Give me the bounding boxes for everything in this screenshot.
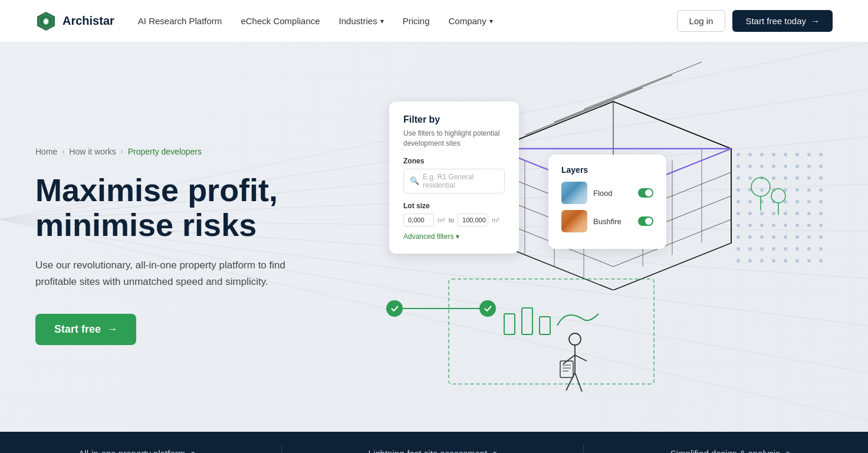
breadcrumb-home[interactable]: Home xyxy=(35,147,57,156)
layer-flood: Flood xyxy=(561,182,653,204)
svg-point-111 xyxy=(807,224,811,227)
layer-bushfire: Bushfire xyxy=(561,210,653,232)
svg-point-136 xyxy=(819,259,823,262)
nav-industries[interactable]: Industries ▾ xyxy=(339,16,384,26)
svg-point-103 xyxy=(807,212,811,215)
breadcrumb-arrow-2: › xyxy=(121,147,123,156)
lot-size-label: Lot size xyxy=(403,202,505,210)
filter-card-description: Use filters to highlight potential devel… xyxy=(403,129,505,149)
filter-card: Filter by Use filters to highlight poten… xyxy=(389,101,519,254)
lot-size-row: 0,000 m² to 100,000 m² xyxy=(403,214,505,226)
lot-min-unit: m² xyxy=(438,216,445,224)
hero-title: Maximise profit, minimise risks xyxy=(35,173,354,243)
login-button[interactable]: Log in xyxy=(677,10,726,32)
footer-all-in-one[interactable]: All-in-one property platform ▾ xyxy=(78,448,195,454)
start-arrow-icon: → xyxy=(811,16,820,26)
breadcrumb-current: Property developers xyxy=(128,147,202,156)
svg-point-95 xyxy=(807,200,811,203)
footer-bar: All-in-one property platform ▾ Lightning… xyxy=(0,432,868,453)
breadcrumb-how-it-works[interactable]: How it works xyxy=(69,147,116,156)
svg-point-127 xyxy=(807,247,811,251)
lot-max-input[interactable]: 100,000 xyxy=(458,214,488,226)
svg-point-72 xyxy=(819,165,823,168)
lot-max-unit: m² xyxy=(492,216,499,224)
svg-rect-46 xyxy=(540,317,550,334)
footer-simplified[interactable]: Simplified design & analysis ▾ xyxy=(670,448,790,454)
zones-search[interactable]: 🔍 E.g. R1 General residential xyxy=(403,169,505,193)
footer-separator-1 xyxy=(281,444,282,453)
svg-line-50 xyxy=(575,355,587,361)
flood-thumbnail xyxy=(561,182,587,204)
breadcrumb-arrow-1: › xyxy=(62,147,64,156)
svg-rect-45 xyxy=(522,308,532,334)
svg-rect-53 xyxy=(560,361,573,378)
flood-toggle[interactable] xyxy=(638,188,653,198)
bushfire-toggle[interactable] xyxy=(638,216,653,226)
svg-point-79 xyxy=(807,176,811,180)
footer-separator-2 xyxy=(583,444,584,453)
svg-point-64 xyxy=(819,153,823,156)
svg-line-15 xyxy=(525,88,643,135)
progress-circle-2 xyxy=(479,300,496,317)
svg-point-128 xyxy=(819,247,823,251)
nav-right: Log in Start free today → xyxy=(677,10,833,32)
navbar: Archistar AI Research Platform eCheck Co… xyxy=(0,0,868,42)
cta-arrow-icon: → xyxy=(107,323,117,336)
svg-point-40 xyxy=(751,178,770,196)
bushfire-thumbnail xyxy=(561,210,587,232)
layers-title: Layers xyxy=(561,165,653,175)
nav-research-platform[interactable]: AI Research Platform xyxy=(138,16,222,26)
nav-company[interactable]: Company ▾ xyxy=(449,16,493,26)
flood-label: Flood xyxy=(593,189,632,198)
start-free-button[interactable]: Start free → xyxy=(35,314,136,345)
nav-echeck[interactable]: eCheck Compliance xyxy=(241,16,320,26)
lightning-fast-chevron-icon: ▾ xyxy=(493,449,497,453)
logo[interactable]: Archistar xyxy=(35,11,114,32)
lot-to-label: to xyxy=(449,216,454,224)
hero-description: Use our revolutionary, all-in-one proper… xyxy=(35,257,289,290)
all-in-one-chevron-icon: ▾ xyxy=(191,449,195,453)
hero-content: Home › How it works › Property developer… xyxy=(0,42,868,432)
nav-links: AI Research Platform eCheck Compliance I… xyxy=(138,16,493,26)
logo-text: Archistar xyxy=(63,14,114,28)
logo-icon xyxy=(35,11,57,32)
svg-line-52 xyxy=(575,373,582,392)
layers-card: Layers Flood Bushfire xyxy=(548,155,666,249)
breadcrumb: Home › How it works › Property developer… xyxy=(35,147,354,156)
footer-lightning-fast[interactable]: Lightning-fast site assessment ▾ xyxy=(369,448,497,454)
svg-line-17 xyxy=(584,62,702,109)
bushfire-label: Bushfire xyxy=(593,217,632,226)
svg-point-88 xyxy=(819,188,823,192)
nav-left: Archistar AI Research Platform eCheck Co… xyxy=(35,11,493,32)
svg-point-120 xyxy=(819,235,823,239)
hero-right: Filter by Use filters to highlight poten… xyxy=(354,42,833,432)
lot-min-input[interactable]: 0,000 xyxy=(403,214,434,226)
svg-point-135 xyxy=(807,259,811,262)
advanced-chevron-icon: ▾ xyxy=(456,232,459,241)
svg-point-71 xyxy=(807,165,811,168)
simplified-chevron-icon: ▾ xyxy=(786,449,790,453)
svg-point-80 xyxy=(819,176,823,180)
zones-placeholder: E.g. R1 General residential xyxy=(423,173,498,189)
hero-section: Home › How it works › Property developer… xyxy=(0,42,868,432)
svg-point-104 xyxy=(819,212,823,215)
bushfire-image xyxy=(561,210,587,232)
svg-point-112 xyxy=(819,224,823,227)
svg-point-119 xyxy=(807,235,811,239)
company-chevron-icon: ▾ xyxy=(489,17,493,25)
progress-line xyxy=(403,308,479,309)
svg-point-47 xyxy=(569,333,581,345)
advanced-filters-link[interactable]: Advanced filters ▾ xyxy=(403,232,505,241)
flood-image xyxy=(561,182,587,204)
svg-point-96 xyxy=(819,200,823,203)
hero-left: Home › How it works › Property developer… xyxy=(35,42,354,432)
svg-point-42 xyxy=(771,189,785,203)
zones-label: Zones xyxy=(403,157,505,165)
start-free-today-button[interactable]: Start free today → xyxy=(732,10,833,32)
nav-pricing[interactable]: Pricing xyxy=(403,16,430,26)
filter-card-title: Filter by xyxy=(403,114,505,125)
progress-circle-1 xyxy=(386,300,403,317)
svg-point-63 xyxy=(807,153,811,156)
progress-track xyxy=(386,300,496,317)
svg-rect-44 xyxy=(504,314,515,334)
